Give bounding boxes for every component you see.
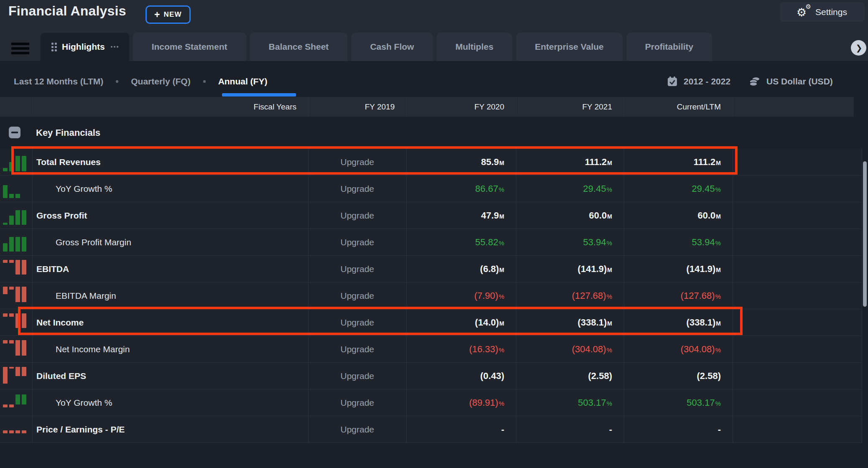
upgrade-link[interactable]: Upgrade <box>308 416 406 443</box>
header-column-divider <box>406 97 407 117</box>
section-header-key-financials: Key Financials <box>0 117 862 149</box>
header-column-divider <box>308 97 309 117</box>
settings-button[interactable]: ⚙⚙ Settings <box>780 2 865 22</box>
row-label[interactable]: Net Income Margin <box>56 336 130 362</box>
upgrade-link[interactable]: Upgrade <box>308 389 406 416</box>
body-column-divider <box>32 149 33 443</box>
row-label[interactable]: Net Income <box>36 309 84 336</box>
value-cell: (2.58) <box>516 363 624 389</box>
vertical-scrollbar-thumb[interactable] <box>863 161 867 307</box>
upgrade-link[interactable]: Upgrade <box>308 309 406 336</box>
separator-dot <box>116 80 118 83</box>
gear-icon: ⚙⚙ <box>797 6 810 18</box>
period-selector: Last 12 Months (LTM)Quarterly (FQ)Annual… <box>14 72 267 91</box>
value-cell: (0.43) <box>406 363 516 389</box>
value-cell: - <box>516 416 624 443</box>
column-header-fiscal-years: Fiscal Years <box>32 97 308 117</box>
row-label[interactable]: Diluted EPS <box>36 363 86 389</box>
table-body: Total RevenuesUpgrade85.9M111.2M111.2MYo… <box>0 149 862 443</box>
value-cell: (304.08)% <box>624 336 733 362</box>
upgrade-link[interactable]: Upgrade <box>308 176 406 202</box>
tab-label: Income Statement <box>152 42 227 52</box>
value-cell: 503.17% <box>624 389 733 416</box>
header-column-divider <box>516 97 516 117</box>
upgrade-link[interactable]: Upgrade <box>308 256 406 282</box>
value-cell: 86.67% <box>406 176 516 202</box>
value-cell: 53.94% <box>624 229 733 255</box>
tab-label: Highlights <box>62 42 105 52</box>
upgrade-link[interactable]: Upgrade <box>308 202 406 229</box>
tab-income-statement[interactable]: Income Statement <box>133 33 246 61</box>
value-cell: (127.68)% <box>516 282 624 309</box>
table-header-row: Fiscal YearsFY 2019FY 2020FY 2021Current… <box>0 97 854 117</box>
tab-overflow-button[interactable]: ❯ <box>851 40 866 56</box>
content-area: Last 12 Months (LTM)Quarterly (FQ)Annual… <box>0 61 868 468</box>
hamburger-menu-icon[interactable] <box>11 43 29 56</box>
value-cell: (2.58) <box>624 363 733 389</box>
report-meta: 2012 - 2022 US Dollar (USD) <box>667 72 833 91</box>
row-trend-icon <box>3 153 28 171</box>
value-cell: 60.0M <box>516 202 624 229</box>
chevron-right-icon: ❯ <box>856 43 863 53</box>
currency-control[interactable]: US Dollar (USD) <box>749 76 833 87</box>
dots-menu-icon[interactable] <box>111 46 118 48</box>
row-label[interactable]: Total Revenues <box>36 149 101 175</box>
upgrade-link[interactable]: Upgrade <box>308 363 406 389</box>
collapse-section-icon[interactable] <box>9 127 20 138</box>
tab-highlights[interactable]: Highlights <box>41 33 129 61</box>
row-label[interactable]: Gross Profit <box>36 202 87 229</box>
row-trend-icon <box>3 367 28 385</box>
value-cell: 111.2M <box>624 149 733 175</box>
value-cell: 47.9M <box>406 202 516 229</box>
financial-analysis-app: Financial Analysis + NEW ⚙⚙ Settings Hig… <box>0 0 868 468</box>
row-trend-icon <box>3 313 28 332</box>
column-header-fy-2019: FY 2019 <box>308 97 406 117</box>
upgrade-link[interactable]: Upgrade <box>308 336 406 362</box>
new-button[interactable]: + NEW <box>146 5 191 24</box>
tab-label: Cash Flow <box>370 42 414 52</box>
date-range-label: 2012 - 2022 <box>684 76 730 86</box>
row-label[interactable]: EBITDA Margin <box>56 282 116 309</box>
value-cell: 503.17% <box>516 389 624 416</box>
value-cell: 29.45% <box>516 176 624 202</box>
row-label[interactable]: EBITDA <box>36 256 69 282</box>
upgrade-link[interactable]: Upgrade <box>308 229 406 255</box>
body-column-divider <box>308 149 309 443</box>
tab-enterprise-value[interactable]: Enterprise Value <box>516 33 623 61</box>
period-option-quarterly-fq[interactable]: Quarterly (FQ) <box>131 76 190 86</box>
value-cell: (141.9)M <box>624 256 733 282</box>
row-label[interactable]: YoY Growth % <box>56 176 112 202</box>
value-cell: (7.90)% <box>406 282 516 309</box>
date-range-control[interactable]: 2012 - 2022 <box>667 76 730 87</box>
value-cell: 60.0M <box>624 202 733 229</box>
value-cell: 55.82% <box>406 229 516 255</box>
tab-label: Balance Sheet <box>269 42 329 52</box>
period-option-last-12-months-ltm[interactable]: Last 12 Months (LTM) <box>14 76 103 86</box>
coins-icon <box>749 76 761 87</box>
row-trend-icon <box>3 260 28 278</box>
upgrade-link[interactable]: Upgrade <box>308 282 406 309</box>
row-trend-icon <box>3 420 28 439</box>
upgrade-link[interactable]: Upgrade <box>308 149 406 175</box>
header-column-divider <box>624 97 624 117</box>
body-column-divider <box>733 149 733 443</box>
body-column-divider <box>862 149 862 443</box>
column-header-fy-2021: FY 2021 <box>516 97 624 117</box>
value-cell: (89.91)% <box>406 389 516 416</box>
grid-icon <box>51 43 57 51</box>
tab-profitability[interactable]: Profitability <box>626 33 712 61</box>
tab-multiples[interactable]: Multiples <box>437 33 512 61</box>
section-title: Key Financials <box>36 117 100 149</box>
row-label[interactable]: YoY Growth % <box>56 389 112 416</box>
column-header-current-ltm: Current/LTM <box>624 97 733 117</box>
tab-cash-flow[interactable]: Cash Flow <box>351 33 433 61</box>
row-label[interactable]: Price / Earnings - P/E <box>36 416 125 443</box>
tab-label: Enterprise Value <box>535 42 604 52</box>
period-option-annual-fy[interactable]: Annual (FY) <box>218 76 268 86</box>
tab-balance-sheet[interactable]: Balance Sheet <box>250 33 348 61</box>
value-cell: (6.8)M <box>406 256 516 282</box>
row-label[interactable]: Gross Profit Margin <box>56 229 131 255</box>
value-cell: (141.9)M <box>516 256 624 282</box>
value-cell: (338.1)M <box>624 309 733 336</box>
currency-label: US Dollar (USD) <box>766 76 833 86</box>
